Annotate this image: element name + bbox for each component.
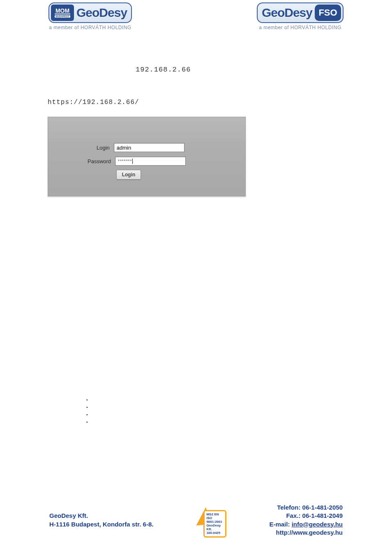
footer-address: H-1116 Budapest, Kondorfa str. 6-8. — [49, 520, 153, 529]
iso-line: MSZ EN — [206, 512, 224, 516]
login-row: Login — [97, 143, 184, 152]
logo-right: GeoDesy FSO a member of HORVÁTH HOLDING — [257, 2, 344, 30]
brand-text-right: GeoDesy — [262, 6, 312, 20]
bullet-item — [86, 410, 88, 418]
footer-contact-block: Telefon: 06-1-481-2050 Fax.: 06-1-481-20… — [269, 503, 343, 537]
footer-email-link[interactable]: info@geodesy.hu — [292, 521, 343, 528]
bullet-item — [86, 418, 88, 425]
footer-email-line: E-mail: info@geodesy.hu — [269, 520, 343, 529]
logo-left-pill: MOM BUDAPEST GeoDesy — [48, 2, 132, 23]
login-input[interactable] — [114, 143, 184, 152]
footer-address-block: GeoDesy Kft. H-1116 Budapest, Kondorfa s… — [49, 512, 153, 529]
password-label: Password — [88, 158, 111, 164]
iso-text-box: MSZ EN ISO 9001:2001 GeoDesy Kft. 100-04… — [203, 510, 226, 538]
footer-company: GeoDesy Kft. — [49, 512, 153, 520]
iso-line: 100-0425 — [206, 531, 224, 535]
footer-web: http://www.geodesy.hu — [269, 529, 343, 537]
footer-fax: Fax.: 06-1-481-2049 — [269, 512, 343, 520]
bullet-list — [86, 395, 88, 425]
iso-line: GeoDesy Kft. — [206, 524, 224, 531]
mom-badge-bottom: BUDAPEST — [55, 15, 70, 18]
login-button[interactable]: Login — [116, 170, 141, 180]
login-panel: Login Password ******* Login — [48, 117, 246, 196]
tagline-left: a member of HORVÁTH HOLDING — [48, 25, 132, 30]
logo-right-pill: GeoDesy FSO — [257, 2, 344, 23]
bullet-item — [86, 403, 88, 410]
password-row: Password ******* — [88, 157, 186, 166]
bullet-item — [86, 395, 88, 403]
fso-badge: FSO — [315, 5, 341, 21]
ip-heading: 192.168.2.66 — [136, 66, 191, 74]
mom-badge-top: MOM — [55, 8, 70, 14]
iso-badge: MSZ EN ISO 9001:2001 GeoDesy Kft. 100-04… — [196, 506, 226, 535]
url-text: https://192.168.2.66/ — [48, 99, 139, 106]
password-input[interactable]: ******* — [115, 157, 186, 166]
tagline-right: a member of HORVÁTH HOLDING — [257, 25, 344, 30]
password-mask: ******* — [118, 159, 132, 164]
mom-badge: MOM BUDAPEST — [51, 5, 74, 21]
logo-left: MOM BUDAPEST GeoDesy a member of HORVÁTH… — [48, 2, 132, 30]
page-footer: GeoDesy Kft. H-1116 Budapest, Kondorfa s… — [0, 503, 392, 537]
footer-phone: Telefon: 06-1-481-2050 — [269, 503, 343, 512]
footer-email-prefix: E-mail: — [269, 521, 291, 528]
text-caret-icon — [132, 159, 133, 164]
iso-line: ISO 9001:2001 — [206, 516, 224, 524]
page-header: MOM BUDAPEST GeoDesy a member of HORVÁTH… — [0, 0, 392, 30]
brand-text-left: GeoDesy — [76, 6, 127, 20]
login-label: Login — [97, 145, 110, 151]
